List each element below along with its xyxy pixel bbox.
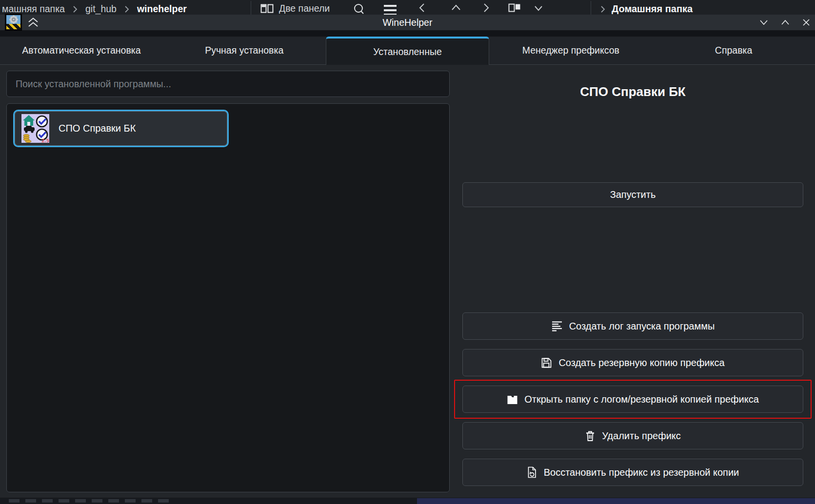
list-item-spo-spravki-bk[interactable]: 2.5 СПО Справки БК [13,110,229,147]
svg-text:2.5: 2.5 [41,138,49,143]
search-icon[interactable] [353,3,365,15]
delete-prefix-button[interactable]: Удалить префикс [462,422,803,449]
breadcrumb-item-home[interactable]: машняя папка [2,3,65,15]
create-log-label: Создать лог запуска программы [569,321,715,332]
tab-manual-install[interactable]: Ручная установка [163,37,326,64]
chevron-up-icon[interactable] [451,4,461,11]
installed-tab-content: 2.5 СПО Справки БК СПО Справки БК Запуст… [0,65,815,498]
close-button[interactable] [802,19,810,26]
open-folder-label: Открыть папку с логом/резервной копией п… [524,394,759,405]
tab-installed[interactable]: Установленные [326,37,490,65]
winehelper-window: WineHelper Автоматическая установка Ручн… [0,15,815,498]
titlebar[interactable]: WineHelper [0,15,815,30]
hamburger-menu-icon[interactable] [383,4,397,15]
chevron-right-icon [600,5,605,13]
spo-spravki-bk-app-icon: 2.5 [21,114,49,143]
trash-icon [585,430,596,442]
tab-auto-install[interactable]: Автоматическая установка [0,37,163,64]
run-button[interactable]: Запустить [462,182,803,207]
restore-backup-icon [527,466,537,478]
toolbar-separator [251,1,251,15]
tab-bar: Автоматическая установка Ручная установк… [0,37,815,65]
tab-prefix-manager[interactable]: Менеджер префиксов [489,37,652,64]
search-input[interactable] [6,71,450,97]
installed-programs-list: 2.5 СПО Справки БК [6,103,450,492]
save-floppy-icon [541,357,552,368]
background-bottom-strip [0,498,815,504]
highlight-rectangle: Открыть папку с логом/резервной копией п… [454,380,812,419]
log-lines-icon [551,320,563,332]
maximize-button[interactable] [781,19,790,26]
program-detail-panel: СПО Справки БК Запустить Созда [462,65,803,498]
tab-help[interactable]: Справка [652,37,815,64]
chevron-right-nav-icon[interactable] [483,3,490,13]
toolbar-separator [591,1,591,15]
chevron-right-icon [73,5,78,13]
open-folder-icon [507,394,518,405]
delete-prefix-label: Удалить префикс [602,430,681,442]
breadcrumb: машняя папка git_hub winehelper [2,3,187,15]
minimize-button[interactable] [759,19,768,26]
breadcrumb-item-winehelper[interactable]: winehelper [137,3,187,15]
chevron-right-icon [124,5,129,13]
breadcrumb-item-github[interactable]: git_hub [85,3,117,15]
breadcrumb-item-home-right[interactable]: Домашняя папка [612,3,693,15]
create-backup-button[interactable]: Создать резервную копию префикса [462,349,803,376]
chevron-down-icon[interactable] [534,5,543,11]
screen: машняя папка git_hub winehelper Две пане… [0,0,815,504]
chevron-left-icon[interactable] [418,3,425,13]
run-button-label: Запустить [610,189,656,200]
create-log-button[interactable]: Создать лог запуска программы [462,312,803,340]
titlebar-tab-gap [0,30,815,37]
right-pane-breadcrumb: Домашняя папка [600,3,693,15]
background-file-manager-toolbar: машняя папка git_hub winehelper Две пане… [0,0,815,15]
prefix-actions: Создать лог запуска программы Создать ре… [462,312,803,486]
restore-prefix-label: Восстановить префикс из резервной копии [544,467,739,478]
background-window-edge [417,498,815,504]
list-item-label: СПО Справки БК [59,123,136,134]
create-backup-label: Создать резервную копию префикса [558,357,724,368]
background-terminal-text-remnant [9,499,170,503]
restore-prefix-button[interactable]: Восстановить префикс из резервной копии [462,459,803,486]
dual-pane-icon [260,4,274,13]
window-title: WineHelper [0,15,815,30]
open-log-backup-folder-button[interactable]: Открыть папку с логом/резервной копией п… [462,386,803,413]
split-view-icon[interactable] [508,3,521,13]
program-title: СПО Справки БК [462,84,803,99]
dual-pane-button[interactable]: Две панели [260,3,330,14]
dual-pane-label: Две панели [279,3,330,14]
